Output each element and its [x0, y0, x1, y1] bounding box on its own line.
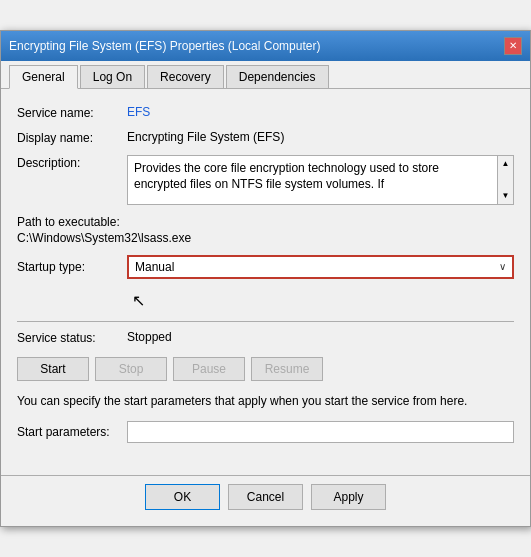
close-button[interactable]: ✕ [504, 37, 522, 55]
cursor-area: ↖ [17, 289, 514, 313]
scroll-down-icon[interactable]: ▼ [500, 188, 512, 203]
service-name-value: EFS [127, 105, 150, 119]
display-name-label: Display name: [17, 130, 127, 145]
tab-dependencies[interactable]: Dependencies [226, 65, 329, 88]
service-name-label: Service name: [17, 105, 127, 120]
startup-type-dropdown[interactable]: Manual ∨ [127, 255, 514, 279]
service-name-row: Service name: EFS [17, 105, 514, 120]
description-row: Description: Provides the core file encr… [17, 155, 514, 205]
cancel-button[interactable]: Cancel [228, 484, 303, 510]
apply-button[interactable]: Apply [311, 484, 386, 510]
resume-button[interactable]: Resume [251, 357, 323, 381]
stop-button[interactable]: Stop [95, 357, 167, 381]
start-button[interactable]: Start [17, 357, 89, 381]
startup-type-row: Startup type: Manual ∨ [17, 255, 514, 279]
start-params-label: Start parameters: [17, 425, 127, 439]
tab-general[interactable]: General [9, 65, 78, 89]
ok-button[interactable]: OK [145, 484, 220, 510]
service-status-value: Stopped [127, 330, 172, 344]
description-scrollbar[interactable]: ▲ ▼ [497, 156, 513, 204]
window-title: Encrypting File System (EFS) Properties … [9, 39, 320, 53]
note-text: You can specify the start parameters tha… [17, 393, 514, 410]
display-name-value: Encrypting File System (EFS) [127, 130, 284, 144]
tab-recovery[interactable]: Recovery [147, 65, 224, 88]
service-status-row: Service status: Stopped [17, 330, 514, 345]
scroll-up-icon[interactable]: ▲ [500, 156, 512, 171]
path-label: Path to executable: [17, 215, 514, 229]
start-params-input[interactable] [127, 421, 514, 443]
properties-window: Encrypting File System (EFS) Properties … [0, 30, 531, 528]
service-buttons: Start Stop Pause Resume [17, 357, 514, 381]
title-bar-controls: ✕ [504, 37, 522, 55]
description-text: Provides the core file encryption techno… [134, 160, 507, 194]
startup-type-label: Startup type: [17, 260, 127, 274]
display-name-row: Display name: Encrypting File System (EF… [17, 130, 514, 145]
divider [17, 321, 514, 322]
tab-bar: General Log On Recovery Dependencies [1, 61, 530, 89]
title-bar: Encrypting File System (EFS) Properties … [1, 31, 530, 61]
cursor-icon: ↖ [132, 291, 145, 310]
startup-type-selected: Manual [135, 260, 174, 274]
tab-logon[interactable]: Log On [80, 65, 145, 88]
footer-buttons: OK Cancel Apply [1, 475, 530, 526]
tab-content: Service name: EFS Display name: Encrypti… [1, 89, 530, 476]
description-label: Description: [17, 155, 127, 170]
start-params-row: Start parameters: [17, 421, 514, 443]
pause-button[interactable]: Pause [173, 357, 245, 381]
path-value: C:\Windows\System32\lsass.exe [17, 231, 514, 245]
path-section: Path to executable: C:\Windows\System32\… [17, 215, 514, 245]
description-box: Provides the core file encryption techno… [127, 155, 514, 205]
service-status-label: Service status: [17, 330, 127, 345]
chevron-down-icon: ∨ [499, 261, 506, 272]
